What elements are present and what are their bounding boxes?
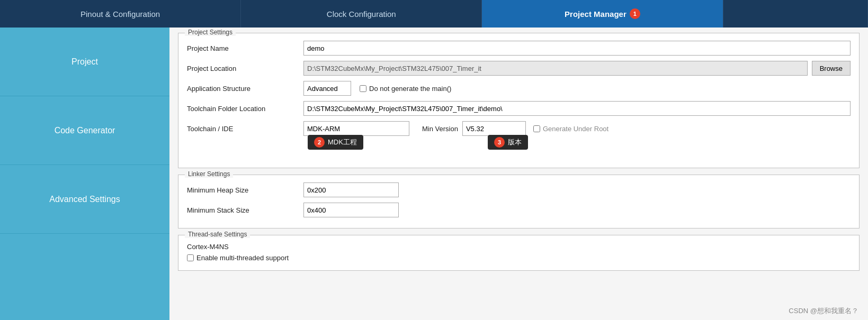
sidebar-item-code-generator-label: Code Generator <box>55 126 115 135</box>
tab-pinout[interactable]: Pinout & Configuration <box>0 0 241 28</box>
toolchain-folder-row: Toolchain Folder Location <box>187 101 851 116</box>
main-layout: Project Code Generator Advanced Settings… <box>0 28 868 320</box>
linker-settings-section: Linker Settings Minimum Heap Size Minimu… <box>178 175 860 228</box>
enable-multithread-checkbox[interactable] <box>187 254 194 261</box>
enable-multithread-label[interactable]: Enable multi-threaded support <box>187 254 289 262</box>
project-settings-title: Project Settings <box>185 29 236 36</box>
toolchain-ide-label: Toolchain / IDE <box>187 125 303 133</box>
sidebar-item-code-generator[interactable]: Code Generator <box>0 96 169 165</box>
top-nav: Pinout & Configuration Clock Configurati… <box>0 0 868 28</box>
min-heap-row: Minimum Heap Size <box>187 182 851 197</box>
toolchain-ide-row: Toolchain / IDE MDK-ARM STM32CubeIDE EWA… <box>187 121 851 136</box>
project-settings-section: Project Settings Project Name Project Lo… <box>178 33 860 168</box>
project-location-row: Project Location Browse <box>187 61 851 76</box>
toolchain-folder-label: Toolchain Folder Location <box>187 105 303 113</box>
toolchain-ide-select[interactable]: MDK-ARM STM32CubeIDE EWARM <box>303 121 409 136</box>
app-structure-select-wrap: Advanced Basic <box>303 81 351 96</box>
version-annotation: 3 版本 <box>484 135 528 150</box>
do-not-generate-label[interactable]: Do not generate the main() <box>360 85 451 93</box>
min-heap-input[interactable] <box>303 182 399 197</box>
generate-under-root-label[interactable]: Generate Under Root <box>533 125 609 133</box>
project-name-input[interactable] <box>303 41 851 56</box>
do-not-generate-checkbox[interactable] <box>360 85 366 92</box>
min-version-select[interactable]: V5.32 V5.30 V5.28 <box>462 121 526 136</box>
tab-clock[interactable]: Clock Configuration <box>241 0 482 28</box>
min-version-label: Min Version <box>422 125 458 133</box>
project-name-row: Project Name <box>187 41 851 56</box>
min-stack-label: Minimum Stack Size <box>187 206 303 214</box>
mdk-tooltip-text: MDK工程 <box>328 138 357 147</box>
tab-project-manager-badge: 1 <box>630 8 640 19</box>
project-name-label: Project Name <box>187 44 303 52</box>
sidebar-item-project-label: Project <box>71 57 98 67</box>
app-structure-select[interactable]: Advanced Basic <box>303 81 351 96</box>
min-stack-input[interactable] <box>303 203 399 217</box>
generate-under-root-checkbox[interactable] <box>533 125 540 132</box>
toolchain-select-wrap: MDK-ARM STM32CubeIDE EWARM <box>303 121 409 136</box>
toolchain-folder-input[interactable] <box>303 101 851 116</box>
tab-project-manager-label: Project Manager <box>565 10 627 19</box>
tab-project-manager[interactable]: Project Manager 1 <box>482 0 723 28</box>
sidebar-item-advanced-settings-label: Advanced Settings <box>49 195 120 204</box>
min-stack-row: Minimum Stack Size <box>187 203 851 217</box>
sidebar-item-project[interactable]: Project <box>0 28 169 96</box>
version-badge: 3 <box>494 137 505 148</box>
sidebar: Project Code Generator Advanced Settings <box>0 28 169 320</box>
linker-settings-title: Linker Settings <box>185 170 233 178</box>
content-area: Project Settings Project Name Project Lo… <box>169 28 868 320</box>
mdk-annotation: 2 MDK工程 <box>303 135 363 150</box>
thread-settings-section: Thread-safe Settings Cortex-M4NS Enable … <box>178 235 860 271</box>
project-location-input[interactable] <box>303 61 808 76</box>
min-heap-label: Minimum Heap Size <box>187 186 303 194</box>
enable-multithread-row: Enable multi-threaded support <box>187 254 851 262</box>
tab-extra[interactable] <box>723 0 868 28</box>
cortex-label: Cortex-M4NS <box>187 243 229 251</box>
app-structure-row: Application Structure Advanced Basic Do … <box>187 81 851 96</box>
tab-pinout-label: Pinout & Configuration <box>80 10 160 19</box>
footer-watermark: CSDN @想和我重名？ <box>789 306 858 316</box>
sidebar-item-advanced-settings[interactable]: Advanced Settings <box>0 165 169 234</box>
mdk-badge: 2 <box>314 137 325 148</box>
cortex-row: Cortex-M4NS <box>187 243 851 251</box>
version-tooltip-text: 版本 <box>508 138 522 147</box>
browse-button[interactable]: Browse <box>812 61 851 76</box>
mdk-tooltip-bubble: 2 MDK工程 <box>308 135 363 150</box>
tab-clock-label: Clock Configuration <box>327 10 396 19</box>
version-tooltip-bubble: 3 版本 <box>488 135 528 150</box>
min-version-select-wrap: V5.32 V5.30 V5.28 <box>462 121 526 136</box>
thread-settings-title: Thread-safe Settings <box>185 231 250 238</box>
project-location-label: Project Location <box>187 65 303 72</box>
app-structure-label: Application Structure <box>187 85 303 93</box>
